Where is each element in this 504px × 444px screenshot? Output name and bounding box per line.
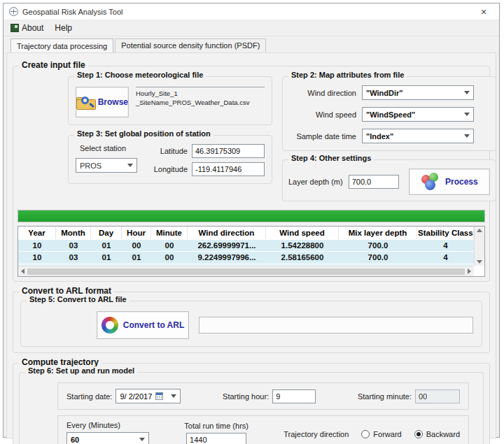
step5-title: Step 5: Convert to ARL file [27,295,130,303]
step4-title: Step 4: Other settings [288,154,374,162]
chosen-file-label: Hourly_Site_1 _SiteName_PROS_Weather_Dat… [136,87,265,117]
latitude-field[interactable] [192,144,265,158]
title-bar: Geospatial Risk Analysis Tool × [4,3,499,20]
every-minutes-select[interactable]: 60 [66,432,149,444]
scroll-left-icon[interactable] [21,268,24,274]
horizontal-scrollbar[interactable] [18,266,474,276]
table-header-cell[interactable]: Month [56,227,91,239]
scroll-up-icon[interactable] [477,229,482,232]
starting-hour-field[interactable] [272,389,316,403]
table-cell: 9.2249997996... [188,252,266,263]
process-icon [421,173,440,191]
table-cell: 262.69999971... [188,240,266,251]
tab-strip: Trajectory data processing Potential sou… [4,36,499,52]
table-header-cell[interactable]: Year [18,227,56,239]
table-cell: 00 [151,252,188,263]
wind-direction-select[interactable]: "WindDir" [362,85,474,100]
table-header-cell[interactable]: Wind speed [266,227,339,239]
step1-title: Step 1: Choose meteorological file [74,71,206,79]
chevron-down-icon [171,394,176,398]
close-button[interactable]: × [474,6,493,17]
wind-speed-select[interactable]: "WindSpeed" [362,107,474,122]
sample-date-time-select[interactable]: "Index" [362,129,474,143]
table-row[interactable]: 10 03 01 01 00 9.2249997996... 2.5816560… [18,251,474,263]
table-cell: 1.54228800 [266,240,339,251]
app-window: Geospatial Risk Analysis Tool × About He… [3,3,500,438]
scroll-right-icon[interactable] [468,268,471,274]
chevron-down-icon [127,164,133,167]
tab-content: Create input file Step 1: Choose meteoro… [6,52,496,438]
browse-met-file-button[interactable]: Browse [76,87,129,117]
starting-date-picker[interactable]: 9/ 2/2017 [115,389,181,403]
app-icon [9,7,18,16]
table-header-cell[interactable]: Day [91,227,122,239]
scroll-down-icon[interactable] [477,260,482,264]
table-cell: 01 [122,252,151,263]
convert-to-arl-button[interactable]: Convert to ARL [97,311,189,339]
backward-radio[interactable]: Backward [414,430,460,438]
progress-bar-fill [18,210,484,222]
about-icon [10,24,19,32]
table-cell: 00 [122,240,151,251]
progress-bar [18,210,485,222]
backward-label: Backward [426,430,460,438]
step3-title: Step 3: Set global position of station [74,129,214,138]
table-cell: 4 [417,252,474,263]
start-datetime-row: Starting date: 9/ 2/2017 Starting hour: … [57,382,469,410]
step3-group: Step 3: Set global position of station S… [68,135,272,184]
tab-psdf[interactable]: Potential source density function (PSDF) [115,38,266,52]
menu-help[interactable]: Help [52,22,78,34]
convert-progress-bar [199,317,473,334]
latitude-label: Latitude [147,147,188,155]
table-header-cell[interactable]: Stability Class [417,227,474,239]
menu-help-label: Help [55,23,72,33]
select-station-label: Select station [76,144,137,152]
chosen-file-line1: Hourly_Site_1 [136,89,265,99]
table-cell: 01 [91,252,122,263]
convert-arl-title: Convert to ARL format [19,286,114,296]
step6-group: Step 6: Set up and run model Starting da… [19,372,484,444]
forward-radio[interactable]: Forward [361,430,401,438]
total-run-time-field[interactable] [186,433,246,444]
sample-date-time-value: "Index" [366,132,393,141]
starting-date-value: 9/ 2/2017 [120,392,152,401]
browse-button-label: Browse [98,97,128,107]
backward-radio-circle[interactable] [414,430,423,438]
menu-about-label: About [22,23,43,33]
longitude-field[interactable] [192,162,265,176]
table-header-cell[interactable]: Wind direction [188,227,266,239]
layer-depth-field[interactable] [349,175,399,189]
table-header-cell[interactable]: Hour [122,227,151,239]
color-ring-icon [102,317,118,334]
table-cell: 03 [56,252,91,263]
vertical-scrollbar[interactable] [474,227,484,266]
forward-radio-circle[interactable] [361,430,370,438]
calendar-icon [155,392,163,400]
convert-to-arl-label: Convert to ARL [123,320,185,330]
wind-direction-value: "WindDir" [366,89,403,97]
table-cell: 10 [18,240,56,251]
table-row[interactable]: 10 03 01 00 00 262.69999971... 1.5422880… [18,239,474,251]
station-select[interactable]: PROS [76,158,137,173]
window-title: Geospatial Risk Analysis Tool [22,8,122,16]
layer-depth-label: Layer depth (m) [288,178,343,186]
menu-about[interactable]: About [8,22,49,34]
menu-bar: About Help [4,20,499,36]
scrollbar-thumb[interactable] [27,268,465,275]
every-minutes-label: Every (Minutes) [66,421,120,429]
process-button-label: Process [445,177,478,187]
table-header-cell[interactable]: Minute [151,227,188,239]
table-header-row: Year Month Day Hour Minute Wind directio… [18,227,474,239]
chevron-down-icon [464,134,470,138]
longitude-label: Longitude [147,165,188,173]
table-cell: 03 [56,240,91,251]
step1-group: Step 1: Choose meteorological file Brows… [68,76,272,125]
process-button[interactable]: Process [409,169,490,195]
chevron-down-icon [464,113,470,116]
forward-label: Forward [373,430,401,438]
step4-group: Step 4: Other settings Layer depth (m) P… [282,159,496,201]
step2-group: Step 2: Map attributes from file Wind di… [282,76,496,151]
tab-trajectory-data-processing[interactable]: Trajectory data processing [10,38,113,53]
table-header-cell[interactable]: Mix layer depth [339,227,417,239]
convert-arl-group: Convert to ARL format Step 5: Convert to… [13,292,490,353]
